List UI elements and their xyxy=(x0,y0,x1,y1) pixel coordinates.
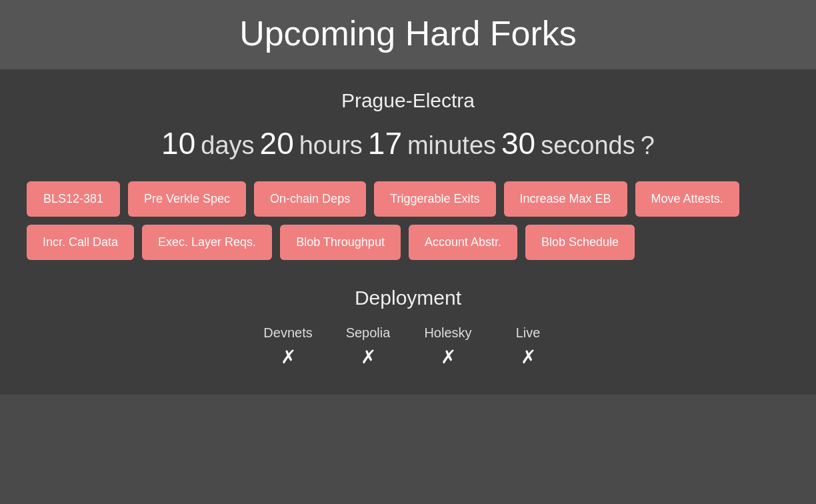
countdown-seconds-number: 30 xyxy=(501,125,535,161)
eip-button[interactable]: Blob Throughput xyxy=(280,225,401,260)
eip-button[interactable]: Exec. Layer Reqs. xyxy=(142,225,272,260)
main-content: Prague-Electra 10 days 20 hours 17 minut… xyxy=(0,69,816,395)
eip-button[interactable]: Move Attests. xyxy=(635,181,739,217)
eip-button[interactable]: Increase Max EB xyxy=(504,181,627,217)
eip-button[interactable]: Triggerable Exits xyxy=(374,181,495,217)
eip-button[interactable]: BLS12-381 xyxy=(27,181,120,217)
deployment-section: Deployment DevnetsSepoliaHoleskyLive ✗✗✗… xyxy=(20,287,796,368)
countdown-minutes-number: 17 xyxy=(368,125,402,161)
deployment-column-header: Live xyxy=(501,325,555,341)
fork-name: Prague-Electra xyxy=(20,89,796,112)
eip-button[interactable]: Incr. Call Data xyxy=(27,225,134,260)
eips-grid: BLS12-381Pre Verkle SpecOn-chain DepsTri… xyxy=(20,181,796,260)
eip-button[interactable]: On-chain Deps xyxy=(254,181,366,217)
deployment-headers: DevnetsSepoliaHoleskyLive xyxy=(261,325,555,341)
fork-section: Prague-Electra 10 days 20 hours 17 minut… xyxy=(20,89,796,260)
deployment-status-cell: ✗ xyxy=(261,346,315,368)
countdown-days-number: 10 xyxy=(161,125,195,161)
countdown-hours-label: hours xyxy=(299,131,363,160)
eip-button[interactable]: Blob Schedule xyxy=(525,225,635,260)
deployment-status-cell: ✗ xyxy=(341,346,395,368)
countdown-question: ? xyxy=(641,131,655,160)
page-title: Upcoming Hard Forks xyxy=(0,13,816,53)
deployment-title: Deployment xyxy=(20,287,796,309)
countdown-minutes-label: minutes xyxy=(407,131,496,160)
deployment-column-header: Sepolia xyxy=(341,325,395,341)
page-header: Upcoming Hard Forks xyxy=(0,0,816,69)
deployment-column-header: Holesky xyxy=(421,325,475,341)
countdown-hours-number: 20 xyxy=(260,125,294,161)
countdown-seconds-label: seconds xyxy=(541,131,635,160)
deployment-status-cell: ✗ xyxy=(501,346,555,368)
countdown-days-label: days xyxy=(201,131,254,160)
eip-button[interactable]: Pre Verkle Spec xyxy=(128,181,246,217)
deployment-column-header: Devnets xyxy=(261,325,315,341)
eip-button[interactable]: Account Abstr. xyxy=(409,225,517,260)
deployment-status-cell: ✗ xyxy=(421,346,475,368)
deployment-table: DevnetsSepoliaHoleskyLive ✗✗✗✗ xyxy=(261,325,555,368)
countdown: 10 days 20 hours 17 minutes 30 seconds ? xyxy=(20,125,796,161)
deployment-status-row: ✗✗✗✗ xyxy=(261,346,555,368)
